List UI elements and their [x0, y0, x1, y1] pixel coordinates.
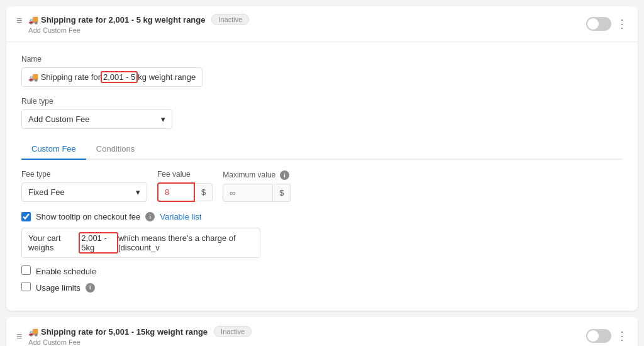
max-value-col: Maximum value i $: [223, 170, 291, 203]
tooltip-text-display[interactable]: Your cart weighs 2,001 - 5kg which means…: [21, 228, 260, 258]
usage-limits-checkbox-wrapper: [21, 282, 31, 293]
fee-type-label: Fee type: [21, 170, 147, 179]
toggle-switch-2[interactable]: [586, 329, 611, 343]
card-subtitle-1: Add Custom Fee: [28, 26, 249, 34]
rule-type-section: Rule type Add Custom Fee ▾: [21, 97, 623, 129]
usage-limits-label: Usage limits: [36, 283, 80, 293]
status-badge-1: Inactive: [211, 14, 249, 25]
rule-type-select[interactable]: Add Custom Fee ▾: [21, 109, 172, 129]
name-section: Name 🚚 Shipping rate for 2,001 - 5 kg we…: [21, 55, 623, 87]
tooltip-text-suffix: which means there's a charge of [discoun…: [118, 233, 253, 252]
fee-value-input[interactable]: [157, 182, 195, 202]
rule-type-label: Rule type: [21, 97, 623, 106]
shipping-rate-card-2: ≡ 🚚 Shipping rate for 5,001 - 15kg weigh…: [6, 317, 638, 346]
enable-schedule-label: Enable schedule: [36, 267, 96, 276]
more-icon-1[interactable]: ⋮: [616, 17, 628, 31]
name-display[interactable]: 🚚 Shipping rate for 2,001 - 5 kg weight …: [21, 67, 203, 87]
card-header-right-1: ⋮: [586, 17, 628, 31]
toggle-slider-2: [586, 329, 611, 343]
max-value-input[interactable]: [223, 184, 273, 202]
tooltip-checkbox-wrapper: [21, 212, 31, 221]
fee-type-col: Fee type Fixed Fee ▾: [21, 170, 147, 202]
status-badge-2: Inactive: [214, 326, 252, 337]
fee-type-chevron: ▾: [136, 187, 140, 197]
tab-conditions[interactable]: Conditions: [86, 139, 145, 160]
name-prefix: Shipping rate for: [41, 72, 101, 82]
max-value-label: Maximum value i: [223, 170, 291, 181]
rule-type-value: Add Custom Fee: [28, 114, 90, 124]
variable-list-link[interactable]: Variable list: [160, 212, 201, 221]
enable-schedule-checkbox[interactable]: [21, 265, 31, 275]
card-title-block-1: 🚚 Shipping rate for 2,001 - 5 kg weight …: [28, 14, 249, 34]
rule-type-chevron: ▾: [161, 114, 165, 124]
shipping-rate-card-1: ≡ 🚚 Shipping rate for 2,001 - 5 kg weigh…: [6, 6, 638, 311]
fee-value-wrapper: $: [157, 182, 213, 202]
drag-handle-icon-2[interactable]: ≡: [16, 331, 22, 342]
fee-value-label: Fee value: [157, 170, 213, 179]
fee-currency-suffix: $: [195, 183, 213, 201]
tooltip-text-highlight: 2,001 - 5kg: [79, 232, 118, 254]
title-line-2: 🚚 Shipping rate for 5,001 - 15kg weight …: [28, 326, 252, 337]
drag-handle-icon[interactable]: ≡: [16, 15, 22, 26]
tooltip-checkbox[interactable]: [21, 212, 31, 221]
card-title-label-1: Shipping rate for 2,001 - 5 kg weight ra…: [41, 15, 206, 25]
page-container: ≡ 🚚 Shipping rate for 2,001 - 5 kg weigh…: [0, 0, 644, 346]
name-highlight: 2,001 - 5: [101, 71, 138, 83]
max-value-wrapper: $: [223, 184, 291, 202]
tabs-container: Custom Fee Conditions: [21, 139, 623, 160]
name-emoji: 🚚: [28, 72, 38, 82]
usage-limits-info-icon[interactable]: i: [86, 283, 95, 293]
name-suffix: kg weight range: [138, 72, 196, 82]
tooltip-row: Show tooltip on checkout fee i Variable …: [21, 212, 623, 221]
card-title-emoji-1: 🚚: [28, 15, 38, 25]
card-title-text-2: 🚚 Shipping rate for 5,001 - 15kg weight …: [28, 327, 208, 337]
card-title-label-2: Shipping rate for 5,001 - 15kg weight ra…: [41, 327, 208, 337]
title-line-1: 🚚 Shipping rate for 2,001 - 5 kg weight …: [28, 14, 249, 25]
fee-row: Fee type Fixed Fee ▾ Fee value $: [21, 170, 623, 202]
card-title-block-2: 🚚 Shipping rate for 5,001 - 15kg weight …: [28, 326, 252, 346]
card-header-1: ≡ 🚚 Shipping rate for 2,001 - 5 kg weigh…: [6, 6, 638, 42]
card-header-left-1: ≡ 🚚 Shipping rate for 2,001 - 5 kg weigh…: [16, 14, 580, 34]
fee-type-value: Fixed Fee: [28, 187, 65, 197]
more-icon-2[interactable]: ⋮: [616, 329, 628, 343]
card-header-right-2: ⋮: [586, 329, 628, 343]
usage-limits-row: Usage limits i: [21, 282, 623, 293]
max-currency-suffix: $: [273, 184, 291, 202]
tab-custom-fee[interactable]: Custom Fee: [21, 139, 86, 160]
enable-schedule-checkbox-wrapper: [21, 265, 31, 277]
tooltip-checkbox-label: Show tooltip on checkout fee: [36, 212, 140, 221]
fee-type-select[interactable]: Fixed Fee ▾: [21, 182, 147, 202]
max-value-info-icon[interactable]: i: [280, 170, 289, 180]
card-body-1: Name 🚚 Shipping rate for 2,001 - 5 kg we…: [6, 42, 638, 311]
usage-limits-checkbox[interactable]: [21, 282, 31, 291]
name-label: Name: [21, 55, 623, 64]
card-title-text-1: 🚚 Shipping rate for 2,001 - 5 kg weight …: [28, 15, 205, 25]
toggle-slider-1: [586, 17, 611, 31]
fee-value-col: Fee value $: [157, 170, 213, 202]
tooltip-info-icon[interactable]: i: [145, 212, 155, 221]
card-title-emoji-2: 🚚: [28, 327, 38, 337]
toggle-switch-1[interactable]: [586, 17, 611, 31]
card-subtitle-2: Add Custom Fee: [28, 338, 252, 346]
card-header-2: ≡ 🚚 Shipping rate for 5,001 - 15kg weigh…: [6, 317, 638, 346]
tooltip-text-prefix: Your cart weighs: [28, 233, 79, 252]
enable-schedule-row: Enable schedule: [21, 265, 623, 277]
